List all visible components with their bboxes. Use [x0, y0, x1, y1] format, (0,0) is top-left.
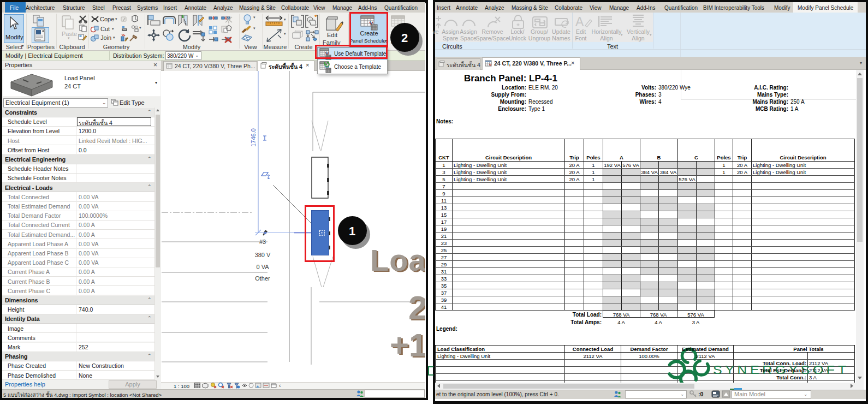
- svg-text:A: A: [575, 15, 584, 29]
- svg-text:‹: ‹: [279, 383, 281, 389]
